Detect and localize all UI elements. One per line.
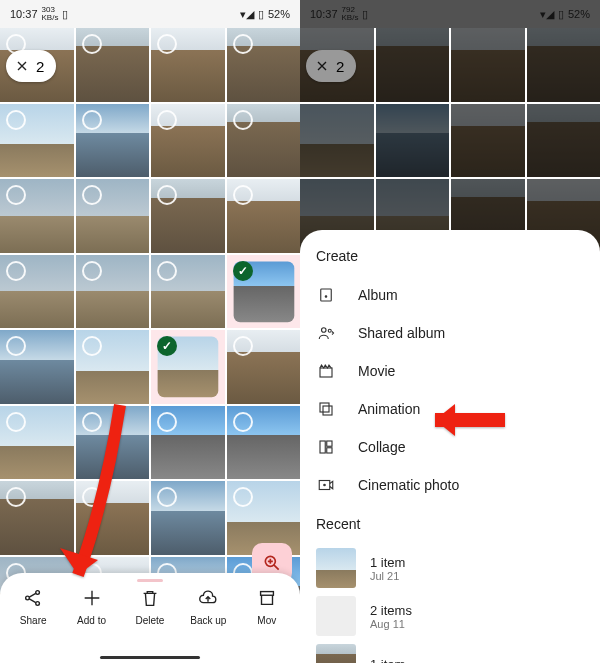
battery-icon: ▯ xyxy=(258,8,264,21)
screen-create-sheet: 10:37 792KB/s ▯ ▾◢ ▯ 52% 2 Create Album … xyxy=(300,0,600,663)
status-bar: 10:37 303KB/s ▯ ▾◢ ▯ 52% xyxy=(0,0,300,28)
wifi-icon: ▾◢ xyxy=(240,8,254,21)
svg-rect-10 xyxy=(320,403,329,412)
wifi-icon: ▾◢ xyxy=(540,8,554,21)
cinematic-icon xyxy=(316,475,336,495)
battery-icon: ▯ xyxy=(558,8,564,21)
battery-pct: 52% xyxy=(268,8,290,20)
selection-pill[interactable]: 2 xyxy=(306,50,356,82)
headset-icon: ▯ xyxy=(362,8,368,21)
menu-album[interactable]: Album xyxy=(316,276,584,314)
sheet-title: Create xyxy=(316,248,584,264)
svg-point-7 xyxy=(322,328,327,333)
svg-rect-14 xyxy=(327,448,332,453)
svg-rect-4 xyxy=(260,592,273,596)
photo-selected[interactable] xyxy=(227,255,301,329)
photo-grid[interactable] xyxy=(0,28,300,630)
trash-icon xyxy=(139,587,161,609)
svg-point-1 xyxy=(26,596,30,600)
recent-item[interactable]: 1 itemJul 21 xyxy=(316,544,584,592)
status-time: 10:37 xyxy=(10,8,38,20)
close-icon[interactable] xyxy=(314,58,330,74)
svg-point-2 xyxy=(36,591,40,595)
menu-shared-album[interactable]: Shared album xyxy=(316,314,584,352)
menu-movie[interactable]: Movie xyxy=(316,352,584,390)
share-icon xyxy=(22,587,44,609)
svg-point-8 xyxy=(328,329,331,332)
shared-album-icon xyxy=(316,323,336,343)
cloud-up-icon xyxy=(197,587,219,609)
nav-handle[interactable] xyxy=(100,656,200,659)
svg-rect-13 xyxy=(327,441,332,446)
menu-cinematic[interactable]: Cinematic photo xyxy=(316,466,584,504)
animation-icon xyxy=(316,399,336,419)
close-icon[interactable] xyxy=(14,58,30,74)
status-bar: 10:37 792KB/s ▯ ▾◢ ▯ 52% xyxy=(300,0,600,28)
svg-point-3 xyxy=(36,602,40,606)
headset-icon: ▯ xyxy=(62,8,68,21)
svg-point-6 xyxy=(325,296,327,298)
check-icon[interactable] xyxy=(157,336,177,356)
svg-rect-5 xyxy=(321,289,332,301)
album-icon xyxy=(316,285,336,305)
move-button[interactable]: Mov xyxy=(238,587,296,626)
svg-rect-9 xyxy=(320,368,332,377)
collage-icon xyxy=(316,437,336,457)
svg-rect-12 xyxy=(320,441,325,453)
photo-selected[interactable] xyxy=(151,330,225,404)
magnify-plus-icon xyxy=(262,553,282,573)
selection-count: 2 xyxy=(36,58,44,75)
recent-thumb xyxy=(316,644,356,663)
tutorial-arrow xyxy=(50,400,130,604)
svg-rect-11 xyxy=(323,406,332,415)
recent-thumb xyxy=(316,596,356,636)
movie-icon xyxy=(316,361,336,381)
backup-button[interactable]: Back up xyxy=(179,587,237,626)
tutorial-arrow xyxy=(410,400,510,444)
check-icon[interactable] xyxy=(233,261,253,281)
svg-point-16 xyxy=(324,484,326,486)
action-bar: Share Add to Delete Back up Mov xyxy=(0,573,300,663)
recent-item[interactable]: 2 itemsAug 11 xyxy=(316,592,584,640)
selection-pill[interactable]: 2 xyxy=(6,50,56,82)
recent-title: Recent xyxy=(316,516,584,532)
screen-selection: 10:37 303KB/s ▯ ▾◢ ▯ 52% 2 xyxy=(0,0,300,663)
recent-thumb xyxy=(316,548,356,588)
archive-icon xyxy=(256,587,278,609)
create-sheet[interactable]: Create Album Shared album Movie Animatio… xyxy=(300,230,600,663)
recent-item[interactable]: 1 item xyxy=(316,640,584,663)
